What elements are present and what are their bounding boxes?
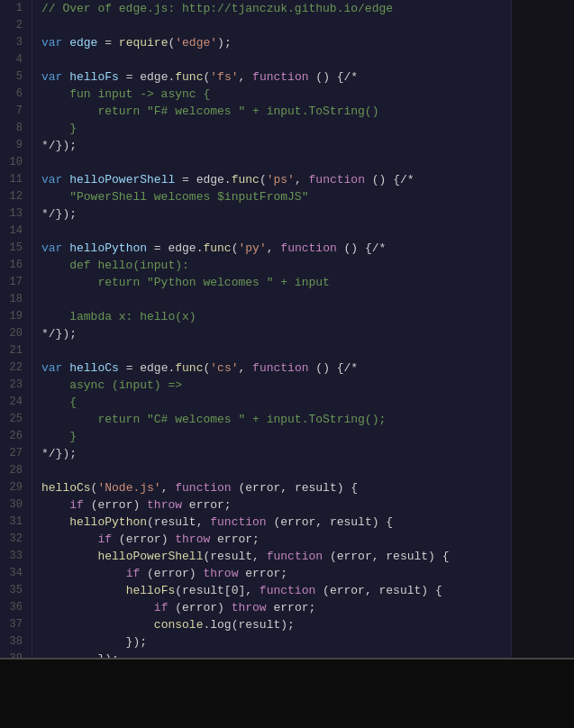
- token: helloFs: [126, 584, 176, 597]
- token: 'edge': [175, 36, 217, 50]
- code-line: [41, 291, 511, 308]
- token: });: [56, 139, 77, 152]
- terminal-panel: [0, 658, 574, 728]
- token: 'py': [239, 241, 267, 255]
- token: if: [69, 498, 84, 512]
- line-number: 2: [5, 17, 23, 34]
- token: [41, 567, 126, 580]
- code-line: helloPython(result, function (error, res…: [41, 514, 511, 531]
- code-line: [41, 223, 511, 240]
- token: error;: [238, 567, 287, 580]
- token: () {/*: [309, 70, 359, 84]
- token: ,: [161, 481, 176, 495]
- code-line: [41, 154, 511, 171]
- line-number: 10: [5, 154, 23, 171]
- token: error;: [267, 601, 316, 614]
- code-line: helloCs('Node.js', function (error, resu…: [41, 479, 511, 496]
- token: 'cs': [210, 361, 238, 375]
- code-line: async (input) =>: [41, 377, 511, 394]
- code-line: }: [41, 120, 511, 137]
- line-number: 35: [5, 582, 23, 599]
- token: function: [252, 361, 308, 375]
- code-line: if (error) throw error;: [41, 599, 511, 616]
- token: () {/*: [337, 241, 387, 255]
- token: var: [41, 361, 69, 375]
- token: if: [154, 601, 169, 614]
- token: () {/*: [365, 173, 415, 187]
- line-number: 22: [5, 359, 23, 377]
- code-editor: 1234567891011121314151617181920212223242…: [0, 0, 574, 658]
- token: console: [154, 618, 204, 632]
- token: [41, 584, 126, 597]
- token: ,: [239, 361, 253, 375]
- line-number: 16: [5, 257, 23, 274]
- token: });: [41, 652, 119, 658]
- code-line: if (error) throw error;: [41, 496, 511, 514]
- line-number: 31: [5, 514, 23, 531]
- token: */: [41, 327, 56, 341]
- code-line: */});: [41, 137, 511, 154]
- token: (: [260, 173, 267, 187]
- token: = edge.: [175, 173, 231, 187]
- token: = edge.: [119, 70, 175, 84]
- token: 'Node.js': [97, 481, 160, 495]
- token: (error): [140, 567, 203, 580]
- line-number: 12: [5, 188, 23, 205]
- token: ,: [295, 173, 309, 187]
- line-numbers: 1234567891011121314151617181920212223242…: [0, 0, 32, 658]
- line-number: 30: [5, 496, 23, 514]
- token: var: [41, 70, 69, 84]
- line-number: 3: [5, 34, 23, 51]
- line-number: 14: [5, 223, 23, 240]
- token: helloPython: [69, 515, 147, 529]
- token: throw: [232, 601, 267, 614]
- token: });: [56, 207, 77, 221]
- token: [41, 601, 154, 614]
- token: */: [41, 139, 56, 152]
- token: 'fs': [210, 70, 238, 84]
- token: function: [267, 550, 323, 563]
- token: ,: [267, 241, 281, 255]
- code-line: }: [41, 428, 511, 445]
- code-line: helloFs(result[0], function (error, resu…: [41, 582, 511, 599]
- code-line: if (error) throw error;: [41, 531, 511, 548]
- token: helloPython: [69, 241, 147, 255]
- token: ,: [239, 70, 253, 84]
- token: = edge.: [119, 361, 175, 375]
- line-number: 28: [5, 462, 23, 479]
- token: func: [203, 241, 231, 255]
- token: [41, 550, 97, 563]
- line-number: 32: [5, 531, 23, 548]
- code-line: return "C# welcomes " + input.ToString()…: [41, 411, 511, 428]
- line-number: 19: [5, 308, 23, 325]
- token: helloCs: [41, 481, 91, 495]
- code-line: });: [41, 651, 511, 658]
- line-number: 39: [5, 651, 23, 658]
- token: () {/*: [309, 361, 359, 375]
- token: */: [41, 207, 56, 221]
- code-line: console.log(result);: [41, 616, 511, 633]
- token: (error): [84, 498, 147, 512]
- token: (error): [168, 601, 231, 614]
- token: 'ps': [267, 173, 295, 187]
- token: function: [210, 515, 266, 529]
- line-number: 25: [5, 411, 23, 428]
- token: */: [41, 447, 56, 460]
- token: if: [97, 532, 112, 546]
- line-number: 7: [5, 103, 23, 120]
- token: async (input) =>: [41, 378, 182, 392]
- code-content[interactable]: // Over of edge.js: http://tjanczuk.gith…: [32, 0, 511, 658]
- line-number: 11: [5, 171, 23, 188]
- line-number: 1: [5, 0, 23, 17]
- token: lambda x: hello(x): [41, 310, 196, 323]
- line-number: 26: [5, 428, 23, 445]
- token: function: [260, 584, 315, 597]
- token: [41, 515, 69, 529]
- line-number: 15: [5, 240, 23, 257]
- code-line: */});: [41, 325, 511, 342]
- token: return "C# welcomes " + input.ToString()…: [41, 413, 386, 426]
- token: }: [41, 430, 77, 443]
- code-line: [41, 342, 511, 359]
- token: [41, 618, 154, 632]
- line-number: 34: [5, 565, 23, 582]
